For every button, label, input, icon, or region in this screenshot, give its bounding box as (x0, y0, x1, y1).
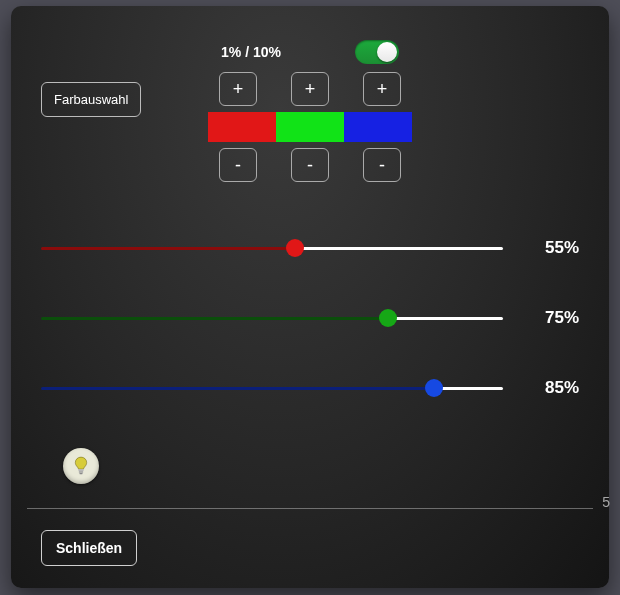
minus-row: - - - (219, 148, 401, 182)
red-plus-button[interactable]: + (219, 72, 257, 106)
blue-minus-button[interactable]: - (363, 148, 401, 182)
toggle-knob (377, 42, 397, 62)
green-swatch (276, 112, 344, 142)
green-slider-row: 75% (41, 304, 579, 332)
svg-rect-1 (79, 471, 83, 472)
header-row: 1% / 10% (11, 40, 609, 64)
blue-slider[interactable] (41, 387, 503, 390)
green-slider-thumb[interactable] (379, 309, 397, 327)
red-slider[interactable] (41, 247, 503, 250)
footer-separator (27, 508, 593, 509)
green-plus-button[interactable]: + (291, 72, 329, 106)
blue-swatch (344, 112, 412, 142)
blue-plus-button[interactable]: + (363, 72, 401, 106)
color-control-panel: 1% / 10% Farbauswahl + + + - - - 55% (11, 6, 609, 588)
rgb-stepper-block: + + + - - - (11, 72, 609, 182)
close-button[interactable]: Schließen (41, 530, 137, 566)
red-minus-button[interactable]: - (219, 148, 257, 182)
blue-slider-thumb[interactable] (425, 379, 443, 397)
red-slider-thumb[interactable] (286, 239, 304, 257)
green-minus-button[interactable]: - (291, 148, 329, 182)
step-size-toggle[interactable] (355, 40, 399, 64)
edge-number: 5 (602, 494, 610, 510)
green-value: 75% (525, 308, 579, 328)
blue-slider-row: 85% (41, 374, 579, 402)
lightbulb-icon (70, 455, 92, 477)
svg-rect-0 (78, 469, 83, 471)
red-slider-row: 55% (41, 234, 579, 262)
sliders-area: 55% 75% 85% (41, 234, 579, 444)
red-value: 55% (525, 238, 579, 258)
green-slider[interactable] (41, 317, 503, 320)
step-size-label: 1% / 10% (221, 44, 281, 60)
red-swatch (208, 112, 276, 142)
swatch-row (208, 112, 412, 142)
blue-value: 85% (525, 378, 579, 398)
plus-row: + + + (219, 72, 401, 106)
svg-rect-2 (79, 473, 82, 474)
lightbulb-button[interactable] (63, 448, 99, 484)
